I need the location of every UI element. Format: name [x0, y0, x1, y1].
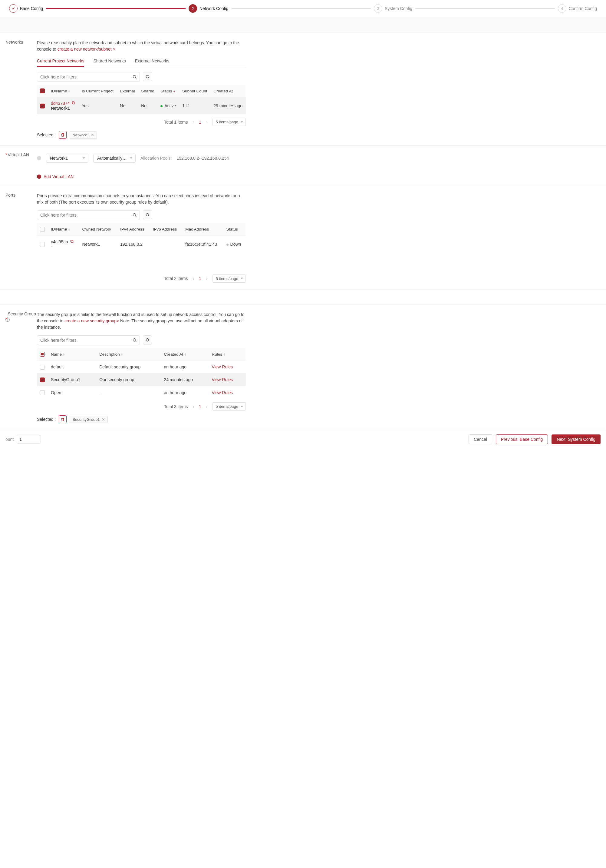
sort-icon[interactable]: ▲▼: [184, 353, 187, 356]
refresh-button[interactable]: [143, 72, 152, 81]
table-row[interactable]: c4cf95aa - Network1 192.168.0.2 fa:16:3e…: [37, 236, 246, 253]
prev-page-icon[interactable]: ‹: [191, 119, 196, 125]
col-id-name[interactable]: ID/Name: [51, 89, 67, 93]
page-size-select[interactable]: 5 items/page: [212, 118, 246, 126]
row-checkbox[interactable]: [40, 378, 45, 382]
tab-external-networks[interactable]: External Networks: [135, 56, 170, 67]
tab-shared-networks[interactable]: Shared Networks: [93, 56, 125, 67]
col-ipv6-address: IPv6 Address: [150, 223, 182, 236]
sort-icon[interactable]: ▲▼: [223, 353, 226, 356]
count-input[interactable]: [17, 435, 41, 443]
steps-header: Base Config 2 Network Config 3 System Co…: [0, 0, 606, 17]
add-vlan-label: Add Virtual LAN: [43, 174, 74, 179]
checkbox-select-all[interactable]: [40, 352, 45, 356]
cell-mac: fa:16:3e:3f:41:43: [182, 236, 223, 253]
cell-status: Active: [164, 103, 176, 108]
page-size-select[interactable]: 5 items/page: [212, 274, 246, 283]
step-system-config[interactable]: 3 System Config: [374, 4, 412, 13]
step-base-config[interactable]: Base Config: [9, 4, 43, 13]
prev-page-icon[interactable]: ‹: [191, 403, 196, 409]
col-is-current-project: Is Current Project: [79, 85, 117, 97]
svg-point-2: [133, 214, 136, 216]
vlan-subnet-select[interactable]: Automatically Assi…: [93, 153, 136, 163]
sort-icon[interactable]: ▲▼: [63, 353, 65, 356]
row-checkbox[interactable]: [40, 365, 45, 370]
next-page-icon[interactable]: ›: [204, 119, 209, 125]
sg-filter-input[interactable]: [37, 335, 140, 345]
cell-ipv4: 192.168.0.2: [117, 236, 150, 253]
row-checkbox[interactable]: [40, 104, 45, 108]
view-rules-link[interactable]: View Rules: [212, 364, 233, 369]
step-number-icon: 3: [374, 4, 382, 13]
checkbox-select-all[interactable]: [40, 227, 45, 232]
cancel-button[interactable]: Cancel: [468, 434, 492, 444]
sort-icon[interactable]: ▲▼: [121, 353, 123, 356]
tag-label: SecurityGroup1: [72, 417, 100, 422]
search-icon[interactable]: [130, 211, 139, 220]
tab-current-project-networks[interactable]: Current Project Networks: [37, 56, 84, 67]
cell-name: SecurityGroup1: [48, 373, 96, 386]
col-subnet-count: Subnet Count: [179, 85, 210, 97]
drag-handle-icon[interactable]: [37, 156, 41, 160]
page-size-select[interactable]: 5 items/page: [212, 402, 246, 411]
checkbox-select-all[interactable]: [40, 88, 45, 93]
selected-sg-tag: SecurityGroup1✕: [70, 416, 107, 423]
current-page[interactable]: 1: [199, 276, 201, 281]
search-icon[interactable]: [130, 73, 139, 82]
close-icon[interactable]: ✕: [102, 417, 105, 422]
table-row[interactable]: dd437374 Network1 Yes No No Active 1 29 …: [37, 97, 246, 115]
next-button[interactable]: Next: System Config: [552, 434, 601, 444]
copy-icon[interactable]: [72, 101, 75, 106]
prev-page-icon[interactable]: ‹: [191, 275, 196, 281]
sort-icon[interactable]: ▲▼: [68, 90, 70, 93]
col-rules[interactable]: Rules: [212, 352, 222, 356]
create-network-link[interactable]: create a new network/subnet >: [57, 46, 115, 51]
filter-text-input[interactable]: [37, 336, 130, 345]
clear-selection-button[interactable]: [59, 415, 66, 423]
col-description[interactable]: Description: [99, 352, 120, 356]
step-network-config[interactable]: 2 Network Config: [189, 4, 229, 13]
vlan-row: Network1 Automatically Assi… Allocation …: [37, 153, 246, 163]
copy-icon[interactable]: [70, 239, 74, 244]
table-row[interactable]: default Default security group an hour a…: [37, 361, 246, 373]
vlan-network-select[interactable]: Network1: [46, 153, 88, 163]
allocation-pools-label: Allocation Pools:: [141, 156, 172, 161]
row-checkbox[interactable]: [40, 390, 45, 395]
current-page[interactable]: 1: [199, 404, 201, 409]
networks-filter-input[interactable]: [37, 72, 140, 82]
refresh-button[interactable]: [143, 335, 152, 344]
row-checkbox[interactable]: [40, 242, 45, 247]
close-icon[interactable]: ✕: [91, 133, 94, 137]
ports-filter-input[interactable]: [37, 210, 140, 220]
filter-text-input[interactable]: [37, 211, 130, 220]
step-connector: [232, 8, 371, 9]
add-virtual-lan-button[interactable]: ＋ Add Virtual LAN: [37, 174, 246, 179]
sg-description: The security group is similar to the fir…: [37, 312, 246, 330]
search-icon[interactable]: [130, 336, 139, 345]
network-id-link[interactable]: dd437374: [51, 101, 70, 106]
col-status[interactable]: Status: [161, 89, 172, 93]
cell-description: -: [96, 386, 161, 399]
total-items: Total 2 items: [164, 276, 188, 281]
create-security-group-link[interactable]: create a new security group>: [65, 318, 119, 323]
step-number-icon: 4: [558, 4, 566, 13]
next-page-icon[interactable]: ›: [204, 403, 209, 409]
view-rules-link[interactable]: View Rules: [212, 377, 233, 382]
col-created-at[interactable]: Created At: [164, 352, 183, 356]
view-rules-link[interactable]: View Rules: [212, 390, 233, 395]
col-name[interactable]: Name: [51, 352, 62, 356]
clear-selection-button[interactable]: [59, 131, 66, 139]
table-row[interactable]: SecurityGroup1 Our security group 24 min…: [37, 373, 246, 386]
current-page[interactable]: 1: [199, 120, 201, 124]
step-confirm-config[interactable]: 4 Confirm Config: [558, 4, 597, 13]
table-row[interactable]: Open - an hour ago View Rules: [37, 386, 246, 399]
section-label: *Virtual LAN: [5, 152, 37, 179]
previous-button[interactable]: Previous: Base Config: [496, 434, 548, 444]
next-page-icon[interactable]: ›: [204, 275, 209, 281]
filter-text-input[interactable]: [37, 73, 130, 82]
col-id-name[interactable]: ID/Name: [51, 227, 67, 231]
refresh-button[interactable]: [143, 210, 152, 219]
file-icon[interactable]: [186, 103, 190, 108]
sort-icon[interactable]: ▲▼: [173, 90, 175, 93]
sort-icon[interactable]: ▲▼: [68, 228, 70, 231]
